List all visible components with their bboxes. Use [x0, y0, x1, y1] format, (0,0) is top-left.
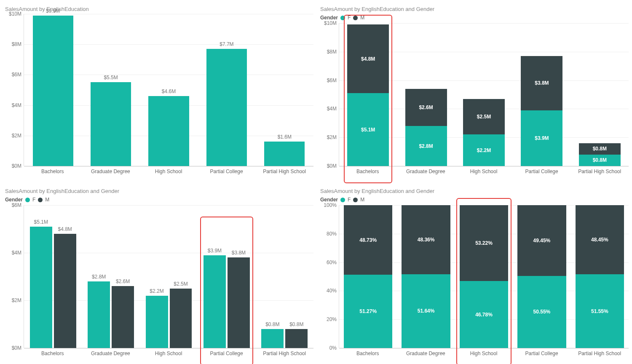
bar-f[interactable]: $3.9M	[204, 255, 226, 348]
bar-slot: $0.8M$0.8M	[571, 23, 629, 166]
segment-f[interactable]: 51.55%	[576, 274, 624, 348]
x-tick-label: Partial High School	[255, 166, 313, 180]
legend-label-f: F	[32, 197, 35, 203]
stacked-bar[interactable]: $3.8M$3.9M	[521, 56, 562, 166]
segment-f[interactable]: $0.8M	[579, 155, 621, 166]
y-tick-label: 100%	[324, 202, 339, 208]
bar-m[interactable]: $2.5M	[170, 289, 192, 348]
legend-swatch-m	[353, 198, 358, 202]
stacked-bar[interactable]: $2.6M$2.8M	[405, 89, 447, 166]
segment-f[interactable]: $2.8M	[405, 126, 447, 166]
chart-sales-by-education-gender-100pct[interactable]: SalesAmount by EnglishEducation and Gend…	[319, 185, 629, 362]
bar-value-label: $4.6M	[162, 88, 176, 96]
stacked-bar[interactable]: $0.8M$0.8M	[579, 143, 621, 166]
segment-m[interactable]: 48.73%	[344, 205, 392, 275]
x-tick-label: High School	[455, 348, 513, 362]
x-tick-label: Partial High School	[255, 348, 313, 362]
x-tick-label: Graduate Degree	[82, 348, 140, 362]
stacked-bar[interactable]: $2.5M$2.2M	[463, 99, 505, 166]
segment-m[interactable]: $0.8M	[579, 143, 621, 155]
bar-value-label: $0.8M	[289, 321, 303, 329]
segment-label: $2.2M	[477, 147, 491, 153]
y-tick-label: $4M	[12, 250, 24, 256]
segment-m[interactable]: $3.8M	[521, 56, 562, 110]
x-tick-label: Partial High School	[570, 348, 629, 362]
bar-f[interactable]: $2.8M	[88, 281, 110, 348]
x-tick-label: Graduate Degree	[397, 166, 455, 180]
bar-slot: $2.8M$2.6M	[82, 205, 139, 348]
legend: Gender F M	[5, 197, 313, 203]
bar-m[interactable]: $0.8M	[285, 329, 308, 348]
bar[interactable]: $9.9M	[33, 16, 73, 166]
x-axis: BachelorsGraduate DegreeHigh SchoolParti…	[339, 166, 629, 180]
x-tick-label: Partial College	[198, 348, 256, 362]
legend-label-m: M	[360, 197, 364, 203]
legend-title: Gender	[320, 15, 338, 21]
stacked-bar-100[interactable]: 49.45%50.55%	[517, 205, 566, 348]
segment-label: 48.36%	[418, 237, 435, 243]
y-tick-label: $6M	[327, 78, 339, 83]
y-tick-label: $8M	[12, 41, 24, 47]
bar[interactable]: $5.5M	[91, 82, 131, 166]
x-tick-label: Partial College	[513, 348, 571, 362]
segment-label: $3.8M	[535, 80, 549, 86]
bar[interactable]: $4.6M	[148, 96, 189, 166]
stacked-bar-100[interactable]: 48.45%51.55%	[576, 205, 624, 348]
bar-f[interactable]: $2.2M	[146, 296, 168, 348]
segment-f[interactable]: $3.9M	[521, 110, 562, 166]
bar-slot: $5.1M$4.8M	[24, 205, 82, 348]
bar-slot: $3.9M$3.8M	[198, 205, 255, 348]
plot-area: 0%20%40%60%80%100%48.73%51.27%48.36%51.6…	[339, 205, 629, 348]
stacked-bar-100[interactable]: 48.73%51.27%	[344, 205, 392, 348]
y-tick-label: $2M	[327, 134, 339, 140]
legend-label-f: F	[348, 15, 351, 21]
segment-m[interactable]: 53.22%	[460, 205, 508, 281]
y-tick-label: $4M	[12, 102, 24, 108]
chart-sales-by-education-gender-stacked[interactable]: SalesAmount by EnglishEducation and Gend…	[319, 3, 629, 180]
stacked-bar-100[interactable]: 48.36%51.64%	[402, 205, 450, 348]
y-tick-label: $6M	[12, 202, 24, 208]
y-tick-label: 0%	[329, 345, 339, 351]
bar-m[interactable]: $3.8M	[228, 257, 250, 348]
stacked-bar[interactable]: $4.8M$5.1M	[347, 24, 389, 166]
chart-sales-by-education-gender-grouped[interactable]: SalesAmount by EnglishEducation and Gend…	[3, 185, 313, 362]
segment-label: $0.8M	[593, 157, 607, 163]
segment-m[interactable]: 48.36%	[402, 205, 450, 274]
segment-m[interactable]: 49.45%	[517, 205, 566, 276]
segment-m[interactable]: $2.6M	[405, 89, 447, 126]
x-tick-label: Bachelors	[339, 348, 397, 362]
y-tick-label: $0M	[12, 163, 24, 169]
bar-slot: 49.45%50.55%	[513, 205, 570, 348]
bar-f[interactable]: $5.1M	[30, 227, 52, 348]
bar-m[interactable]: $4.8M	[54, 234, 76, 348]
dashboard: SalesAmount by EnglishEducation $0M$2M$4…	[3, 3, 629, 362]
segment-label: $3.9M	[535, 135, 549, 141]
segment-f[interactable]: 51.27%	[344, 275, 392, 348]
segment-label: $2.6M	[419, 104, 433, 110]
segment-m[interactable]: $2.5M	[463, 99, 505, 135]
chart-sales-by-education[interactable]: SalesAmount by EnglishEducation $0M$2M$4…	[3, 3, 313, 180]
legend-swatch-m	[38, 198, 43, 202]
bar-slot: $2.5M$2.2M	[455, 23, 513, 166]
segment-m[interactable]: 48.45%	[576, 205, 624, 274]
y-tick-label: $10M	[324, 20, 339, 26]
segment-f[interactable]: 50.55%	[517, 276, 566, 348]
bar-group: $5.1M$4.8M	[30, 205, 76, 348]
y-tick-label: $10M	[9, 11, 24, 17]
bar-slot: $5.5M	[82, 14, 139, 166]
segment-m[interactable]: $4.8M	[347, 24, 389, 93]
stacked-bar-100[interactable]: 53.22%46.78%	[460, 205, 508, 348]
segment-f[interactable]: $2.2M	[463, 134, 505, 166]
chart-title: SalesAmount by EnglishEducation and Gend…	[5, 188, 313, 194]
bar-f[interactable]: $0.8M	[261, 329, 284, 348]
segment-f[interactable]: 46.78%	[460, 281, 508, 348]
bar[interactable]: $7.7M	[206, 49, 247, 166]
segment-label: 50.55%	[533, 309, 551, 315]
bar-value-label: $7.7M	[220, 41, 233, 49]
bar-m[interactable]: $2.6M	[112, 286, 134, 348]
segment-f[interactable]: 51.64%	[402, 274, 450, 348]
legend-swatch-f	[340, 16, 345, 20]
bar[interactable]: $1.6M	[264, 142, 305, 166]
segment-label: 53.22%	[475, 240, 493, 246]
segment-f[interactable]: $5.1M	[347, 93, 389, 166]
